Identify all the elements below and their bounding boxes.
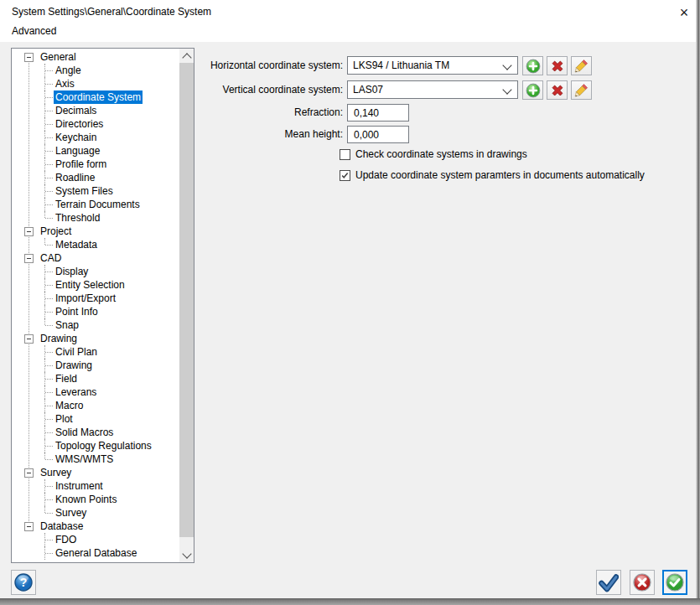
tree-item-label: Survey (54, 506, 88, 520)
edit-vertical-cs-button[interactable] (571, 80, 592, 100)
vertical-cs-dropdown[interactable]: LAS07 (347, 80, 518, 99)
checkbox-group: Check coordinate systems in drawings Upd… (340, 149, 645, 191)
tree-item[interactable]: Civil Plan (12, 345, 179, 359)
tree-item[interactable]: Drawing (12, 359, 179, 372)
help-question-icon: ? (13, 572, 34, 592)
check-icon (340, 171, 350, 180)
mean-height-input[interactable] (347, 126, 409, 143)
plus-circle-icon (525, 58, 542, 75)
help-button[interactable]: ? (11, 570, 36, 595)
apply-button[interactable] (596, 570, 621, 595)
pencil-icon (573, 82, 590, 99)
tree-item-label: Import/Export (54, 292, 117, 305)
delete-vertical-cs-button[interactable] (547, 80, 568, 100)
menu-advanced[interactable]: Advanced (12, 25, 56, 37)
tree-item[interactable]: Display (12, 265, 179, 278)
tree-scrollbar[interactable] (179, 49, 194, 562)
tree-collapse-icon[interactable] (24, 522, 34, 531)
tree-item-label: Display (54, 265, 90, 278)
tree-item-label: Snap (54, 318, 80, 332)
tree-item[interactable]: Known Points (12, 493, 179, 506)
tree-item[interactable]: Leverans (12, 385, 179, 399)
cancel-button[interactable] (630, 570, 655, 595)
checkbox-row[interactable]: Update coordinate system paramters in do… (340, 170, 645, 191)
ok-button[interactable] (662, 570, 687, 595)
tree-item[interactable]: General (12, 50, 179, 64)
tree-item-label: Language (54, 144, 101, 158)
tree-item[interactable]: Threshold (12, 211, 179, 225)
tree-item-label: Drawing (39, 332, 79, 345)
add-vertical-cs-button[interactable] (522, 80, 543, 100)
tree-collapse-icon[interactable] (24, 468, 34, 478)
chevron-down-icon (502, 60, 511, 70)
tree-item[interactable]: Plot (12, 412, 179, 426)
tree-collapse-icon[interactable] (24, 254, 34, 263)
tree-item[interactable]: Axis (12, 77, 179, 90)
tree-collapse-icon[interactable] (24, 227, 34, 236)
tree-item[interactable]: Instrument (12, 479, 179, 493)
tree-item-label: Entity Selection (54, 278, 127, 292)
add-horizontal-cs-button[interactable] (522, 56, 543, 75)
green-check-circle-icon (665, 572, 685, 592)
tree-item[interactable]: Macro (12, 399, 179, 412)
tree-item-label: Solid Macros (54, 426, 115, 439)
tree-item[interactable]: Angle (12, 64, 179, 77)
tree-item[interactable]: Keychain (12, 131, 179, 144)
tree-item[interactable]: Profile form (12, 158, 179, 171)
window-bottom-edge[interactable] (0, 598, 700, 605)
refraction-input[interactable] (347, 104, 409, 122)
tree-item-label: Plot (54, 412, 75, 426)
tree-item-label: Topology Regulations (54, 439, 153, 452)
horizontal-cs-dropdown[interactable]: LKS94 / Lithuania TM (347, 56, 518, 75)
close-button[interactable]: × (673, 2, 695, 23)
checkbox-row[interactable]: Check coordinate systems in drawings (340, 149, 645, 170)
tree-item-label: Angle (54, 64, 83, 77)
mean-height-label: Mean height: (285, 128, 343, 140)
tree-item[interactable]: General Database (12, 546, 179, 560)
checkbox[interactable] (340, 170, 350, 181)
close-icon: × (680, 4, 689, 21)
tree-item[interactable]: Directories (12, 117, 179, 131)
tree-item[interactable]: Roadline (12, 171, 179, 184)
tree-item[interactable]: Metadata (12, 238, 179, 251)
scrollbar-thumb[interactable] (179, 63, 194, 537)
tree-item[interactable]: Survey (12, 466, 179, 479)
tree-item[interactable]: Decimals (12, 104, 179, 117)
tree-item[interactable]: Language (12, 144, 179, 158)
tree-item-label: Survey (39, 466, 73, 479)
tree-item[interactable]: Survey (12, 506, 179, 520)
tree-item-label: Terrain Documents (54, 198, 142, 211)
tree-item[interactable]: Drawing (12, 332, 179, 345)
delete-horizontal-cs-button[interactable] (547, 56, 568, 75)
tree-item[interactable]: Terrain Documents (12, 198, 179, 211)
tree-item-label: Keychain (54, 131, 98, 144)
tree-item[interactable]: Solid Macros (12, 426, 179, 439)
tree-collapse-icon[interactable] (24, 334, 34, 344)
tree-item-label: Instrument (54, 479, 105, 493)
tree-item[interactable]: FDO (12, 533, 179, 546)
tree-item-label: Directories (54, 117, 105, 131)
tree-item-label: General (39, 50, 78, 64)
tree-item[interactable]: Field (12, 372, 179, 385)
tree-item[interactable]: WMS/WMTS (12, 452, 179, 466)
tree-item[interactable]: Snap (12, 318, 179, 332)
tree-item[interactable]: Point Info (12, 305, 179, 318)
edit-horizontal-cs-button[interactable] (571, 56, 592, 75)
tree-item[interactable]: Database (12, 520, 179, 533)
tree-item[interactable]: Coordinate System (12, 90, 179, 104)
checkbox[interactable] (340, 149, 350, 160)
tree-item[interactable]: Topology Regulations (12, 439, 179, 452)
tree-item-label: Metadata (54, 238, 99, 251)
blue-checkmark-icon (599, 572, 619, 592)
tree-collapse-icon[interactable] (24, 53, 34, 62)
tree-item[interactable]: Entity Selection (12, 278, 179, 292)
tree-item[interactable]: Project (12, 225, 179, 238)
scroll-down-button[interactable] (179, 548, 194, 562)
tree-item[interactable]: System Files (12, 184, 179, 198)
horizontal-cs-label: Horizontal coordinate system: (210, 59, 343, 71)
tree-item[interactable]: Import/Export (12, 292, 179, 305)
tree-item-label: Roadline (54, 171, 96, 184)
header: System Settings\General\Coordinate Syste… (0, 0, 700, 42)
tree-item[interactable]: CAD (12, 251, 179, 265)
scroll-up-button[interactable] (179, 49, 194, 63)
